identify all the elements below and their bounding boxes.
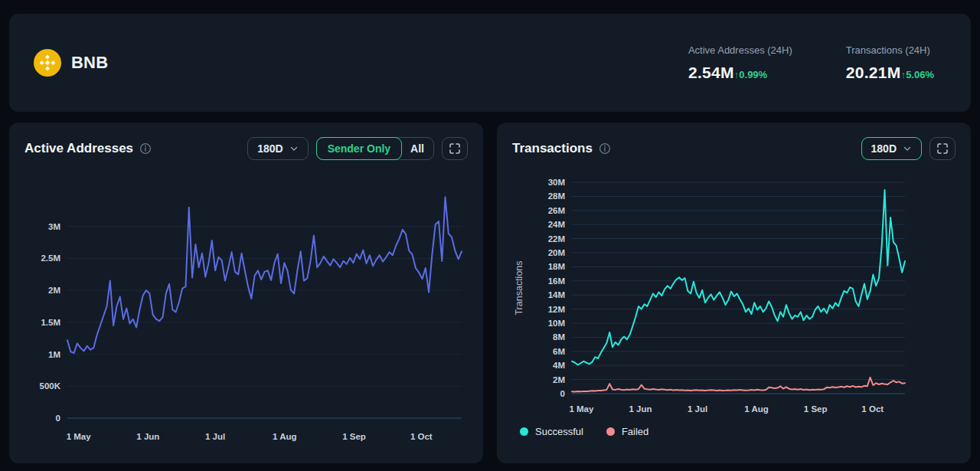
svg-text:1 Sep: 1 Sep (342, 432, 366, 441)
page: BNB Active Addresses (24H) 2.54M ↑0.99% … (0, 0, 980, 471)
coin-name: BNB (71, 53, 108, 73)
stat-change: ↑5.06% (901, 69, 934, 80)
fullscreen-icon (449, 142, 461, 155)
svg-text:1 Sep: 1 Sep (804, 404, 828, 414)
legend-label: Failed (622, 426, 648, 437)
svg-text:24M: 24M (548, 220, 565, 229)
toggle-all[interactable]: All (401, 138, 433, 159)
svg-text:1 Jul: 1 Jul (205, 432, 225, 441)
stat-transactions: Transactions (24H) 20.21M ↑5.06% (846, 44, 934, 82)
svg-text:30M: 30M (548, 178, 565, 187)
bnb-coin-icon (34, 49, 61, 77)
svg-text:6M: 6M (553, 347, 565, 356)
legend-dot-failed (606, 427, 615, 436)
fullscreen-button[interactable] (442, 137, 468, 160)
svg-text:8M: 8M (553, 332, 565, 342)
stat-label: Active Addresses (24H) (688, 44, 792, 56)
svg-text:1 Oct: 1 Oct (410, 432, 433, 441)
svg-text:1 May: 1 May (67, 432, 92, 441)
fullscreen-button[interactable] (929, 137, 956, 160)
svg-text:2.5M: 2.5M (41, 253, 60, 263)
toggle-sender-only[interactable]: Sender Only (316, 137, 402, 160)
stat-change: ↑0.99% (734, 69, 767, 80)
range-selector[interactable]: 180D (861, 137, 922, 160)
svg-text:1M: 1M (48, 350, 60, 359)
svg-text:18M: 18M (548, 262, 565, 271)
legend-label: Successful (535, 426, 583, 437)
chart-title: Transactions (512, 141, 593, 156)
stat-label: Transactions (24H) (846, 44, 934, 56)
fullscreen-icon (936, 142, 949, 155)
svg-text:1 Aug: 1 Aug (273, 432, 297, 441)
svg-text:20M: 20M (548, 248, 565, 257)
svg-text:10M: 10M (548, 319, 565, 328)
transactions-chart[interactable]: 02M4M6M8M10M12M14M16M18M20M22M24M26M28M3… (512, 173, 956, 418)
charts-row: Active Addresses 180D Sender Only All (9, 123, 971, 463)
active-addresses-card: Active Addresses 180D Sender Only All (9, 123, 483, 463)
svg-text:22M: 22M (548, 234, 565, 244)
svg-text:1 Jun: 1 Jun (136, 432, 159, 441)
svg-text:1 Jul: 1 Jul (688, 404, 707, 414)
svg-text:0: 0 (560, 389, 565, 398)
svg-text:0: 0 (56, 414, 60, 423)
header-stats: Active Addresses (24H) 2.54M ↑0.99% Tran… (688, 44, 934, 82)
chevron-down-icon (903, 144, 912, 153)
svg-text:1.5M: 1.5M (41, 318, 60, 327)
svg-text:14M: 14M (548, 290, 565, 299)
coin-identity: BNB (34, 49, 108, 77)
coin-header-card: BNB Active Addresses (24H) 2.54M ↑0.99% … (9, 14, 971, 112)
svg-text:26M: 26M (548, 206, 565, 215)
svg-text:1 Oct: 1 Oct (861, 404, 884, 414)
address-type-toggle: Sender Only All (316, 137, 434, 160)
legend-item-successful[interactable]: Successful (520, 426, 583, 437)
active-addresses-chart[interactable]: 0500K1M1.5M2M2.5M3M1 May1 Jun1 Jul1 Aug1… (24, 185, 468, 446)
stat-change-pct: 0.99% (739, 69, 767, 80)
chart-title: Active Addresses (24, 141, 133, 156)
legend-item-failed[interactable]: Failed (606, 426, 648, 437)
svg-text:3M: 3M (48, 222, 60, 231)
info-icon[interactable] (139, 142, 152, 155)
svg-text:Transactions: Transactions (514, 260, 524, 315)
range-label: 180D (257, 142, 283, 155)
svg-text:12M: 12M (548, 305, 565, 314)
stat-value: 2.54M (688, 64, 734, 82)
stat-change-pct: 5.06% (906, 69, 934, 80)
legend-dot-successful (520, 427, 528, 436)
svg-text:2M: 2M (48, 286, 60, 295)
svg-text:1 Jun: 1 Jun (629, 404, 652, 414)
svg-text:500K: 500K (40, 381, 61, 391)
svg-text:2M: 2M (553, 375, 565, 384)
stat-active-addresses: Active Addresses (24H) 2.54M ↑0.99% (688, 44, 792, 82)
transactions-card: Transactions 180D (497, 123, 971, 463)
svg-text:1 Aug: 1 Aug (744, 404, 769, 414)
svg-text:1 May: 1 May (569, 404, 594, 414)
range-selector[interactable]: 180D (247, 137, 308, 160)
chart-legend: Successful Failed (512, 426, 956, 437)
chevron-down-icon (289, 144, 299, 153)
svg-text:16M: 16M (548, 276, 565, 286)
svg-text:4M: 4M (553, 361, 565, 370)
info-icon[interactable] (599, 142, 611, 155)
stat-value: 20.21M (846, 64, 901, 82)
svg-text:28M: 28M (548, 191, 565, 201)
range-label: 180D (871, 142, 897, 155)
